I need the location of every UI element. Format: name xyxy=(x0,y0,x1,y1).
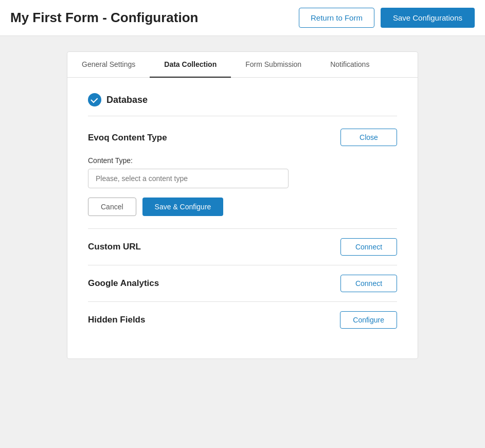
content-type-label: Content Type: xyxy=(88,156,397,165)
main-card: General Settings Data Collection Form Su… xyxy=(67,51,418,359)
return-to-form-button[interactable]: Return to Form xyxy=(299,8,374,28)
page-title: My First Form - Configuration xyxy=(10,10,198,26)
google-analytics-connect-button[interactable]: Connect xyxy=(340,275,397,292)
evoq-form-buttons: Cancel Save & Configure xyxy=(88,198,397,216)
header-buttons: Return to Form Save Configurations xyxy=(299,8,475,28)
database-section-header: Database xyxy=(88,93,397,106)
tab-general-settings[interactable]: General Settings xyxy=(67,52,150,78)
custom-url-title: Custom URL xyxy=(88,242,141,252)
database-divider xyxy=(88,116,397,116)
tab-data-collection[interactable]: Data Collection xyxy=(150,52,231,78)
evoq-save-configure-button[interactable]: Save & Configure xyxy=(142,198,224,216)
tabs: General Settings Data Collection Form Su… xyxy=(67,52,418,78)
hidden-fields-configure-button[interactable]: Configure xyxy=(340,311,397,329)
save-configurations-button[interactable]: Save Configurations xyxy=(381,8,475,28)
tab-form-submission[interactable]: Form Submission xyxy=(231,52,316,78)
evoq-form-area: Content Type: Cancel Save & Configure xyxy=(88,156,397,216)
evoq-section: Evoq Content Type Close Content Type: Ca… xyxy=(88,129,397,229)
hidden-fields-title: Hidden Fields xyxy=(88,315,145,325)
evoq-close-button[interactable]: Close xyxy=(340,129,397,146)
google-analytics-section: Google Analytics Connect xyxy=(88,265,397,302)
evoq-title: Evoq Content Type xyxy=(88,129,167,143)
hidden-fields-section: Hidden Fields Configure xyxy=(88,302,397,338)
custom-url-section: Custom URL Connect xyxy=(88,229,397,265)
evoq-row: Evoq Content Type Close xyxy=(88,129,397,146)
database-title: Database xyxy=(106,95,148,105)
page-body: General Settings Data Collection Form Su… xyxy=(0,36,485,374)
tab-notifications[interactable]: Notifications xyxy=(316,52,384,78)
google-analytics-title: Google Analytics xyxy=(88,278,159,289)
custom-url-connect-button[interactable]: Connect xyxy=(340,238,397,256)
header: My First Form - Configuration Return to … xyxy=(0,0,485,36)
database-check-icon xyxy=(88,93,101,106)
card-content: Database Evoq Content Type Close Content… xyxy=(67,78,418,359)
content-type-input[interactable] xyxy=(88,169,289,188)
evoq-cancel-button[interactable]: Cancel xyxy=(88,198,136,216)
